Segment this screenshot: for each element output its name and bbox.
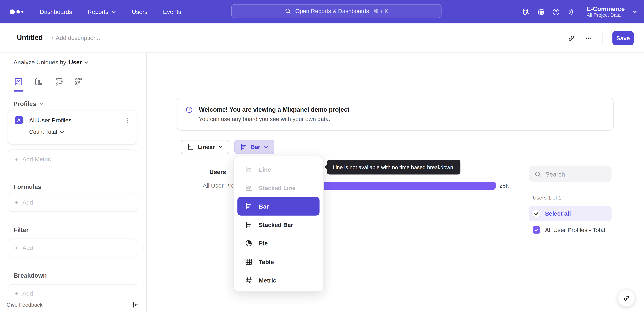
formulas-section-header: Formulas <box>14 183 41 190</box>
metric-name[interactable]: All User Profiles <box>29 117 124 124</box>
nav-item-events[interactable]: Events <box>163 8 181 15</box>
filter-header-label: Filter <box>14 226 29 233</box>
search-icon <box>284 8 291 14</box>
menu-item-line[interactable]: Line <box>234 160 323 178</box>
chevron-down-icon <box>264 144 268 150</box>
top-nav: Dashboards Reports Users Events Open Rep… <box>0 0 644 24</box>
add-formula-button[interactable]: + Add <box>8 193 137 212</box>
series-item-row[interactable]: All User Profiles - Total <box>533 226 605 234</box>
menu-item-pie[interactable]: Pie <box>234 234 323 252</box>
tooltip-text: Line is not available with no time based… <box>333 164 455 170</box>
toolbar-divider <box>602 32 602 44</box>
metric-aggregation-dropdown[interactable]: Count Total <box>29 129 131 135</box>
link-icon <box>623 294 630 302</box>
save-button[interactable]: Save <box>612 31 634 45</box>
menu-item-stacked-bar[interactable]: Stacked Bar <box>234 216 323 234</box>
pie-chart-icon <box>245 240 253 247</box>
breakdown-section-header: Breakdown <box>14 272 47 279</box>
check-icon <box>534 228 539 232</box>
project-switcher[interactable]: E-Commerce All Project Data <box>587 5 625 18</box>
share-link-fab[interactable] <box>618 290 635 307</box>
search-icon <box>534 171 541 178</box>
chart-type-selector-label: Bar <box>251 144 260 150</box>
give-feedback-link[interactable]: Give Feedback <box>6 302 42 308</box>
nav-item-dashboards[interactable]: Dashboards <box>40 8 72 15</box>
plus-icon: + <box>15 245 18 251</box>
tab-flows-icon[interactable] <box>55 77 64 86</box>
series-count-label: Users 1 of 1 <box>533 195 562 201</box>
more-options-icon[interactable] <box>585 34 592 42</box>
aggregation-value: Count Total <box>29 129 57 135</box>
menu-item-metric[interactable]: Metric <box>234 271 323 289</box>
logo-dot <box>16 10 20 14</box>
mixpanel-logo[interactable] <box>10 9 24 14</box>
analyze-label: Analyze Uniques by <box>14 59 66 66</box>
add-metric-button[interactable]: + Add Metric <box>8 150 137 169</box>
project-name: E-Commerce <box>587 5 625 12</box>
select-all-checkbox[interactable] <box>533 210 540 217</box>
scale-selector-button[interactable]: Linear <box>181 140 229 154</box>
menu-item-label: Pie <box>259 240 268 246</box>
apps-grid-icon[interactable] <box>537 8 545 16</box>
series-search-box[interactable] <box>529 166 612 182</box>
menu-item-label: Stacked Line <box>259 184 296 191</box>
help-icon[interactable] <box>552 8 560 16</box>
profiles-section-header[interactable]: Profiles <box>14 100 44 107</box>
project-scope: All Project Data <box>587 12 625 18</box>
data-management-icon[interactable] <box>522 8 530 16</box>
plus-icon: + <box>15 290 18 297</box>
bar-chart-icon <box>245 202 253 210</box>
plus-icon: + <box>15 199 18 206</box>
toolbar-actions: Save <box>568 24 634 53</box>
banner-subtitle: You can use any board you see with your … <box>199 116 349 122</box>
table-icon <box>245 258 253 266</box>
linear-scale-icon <box>187 143 194 151</box>
menu-item-table[interactable]: Table <box>234 252 323 271</box>
collapse-sidebar-icon[interactable] <box>132 301 139 308</box>
nav-item-label: Reports <box>88 8 108 15</box>
mixpanel-insights-report-page: Dashboards Reports Users Events Open Rep… <box>0 0 644 312</box>
check-icon <box>534 211 539 216</box>
global-search-bar[interactable]: Open Reports & Dashboards ⌘ + K <box>231 4 442 18</box>
chevron-down-icon <box>218 144 223 150</box>
analyze-entity-value: User <box>68 59 82 66</box>
info-icon <box>186 106 193 113</box>
menu-item-bar[interactable]: Bar <box>238 197 320 216</box>
select-all-row[interactable]: Select all <box>529 206 612 221</box>
nav-item-reports[interactable]: Reports <box>88 8 116 15</box>
add-filter-button[interactable]: + Add <box>8 238 137 258</box>
nav-item-label: Dashboards <box>40 8 72 15</box>
line-chart-icon <box>245 166 253 173</box>
copy-link-icon[interactable] <box>568 34 575 42</box>
stacked-line-chart-icon <box>245 184 253 192</box>
nav-item-label: Events <box>163 8 181 15</box>
chevron-down-icon <box>111 9 116 14</box>
report-toolbar: Untitled + Add description... Save <box>0 24 644 53</box>
add-description-field[interactable]: + Add description... <box>51 34 102 41</box>
right-panel-divider <box>525 52 525 312</box>
series-search-input[interactable] <box>546 171 603 178</box>
report-title[interactable]: Untitled <box>17 34 43 42</box>
chart-type-selector-button[interactable]: Bar <box>234 140 274 154</box>
menu-item-label: Table <box>259 258 274 265</box>
series-checkbox[interactable] <box>533 226 540 234</box>
select-all-label: Select all <box>545 210 571 217</box>
nav-menu: Dashboards Reports Users Events <box>40 8 181 15</box>
query-builder-sidebar: Analyze Uniques by User Profiles A All U… <box>0 52 146 312</box>
formulas-header-label: Formulas <box>14 183 41 190</box>
tab-insights-icon[interactable] <box>14 77 23 86</box>
menu-item-label: Line <box>259 166 271 173</box>
settings-gear-icon[interactable] <box>567 8 576 16</box>
search-placeholder: Open Reports & Dashboards <box>295 8 369 14</box>
nav-item-label: Users <box>132 8 148 15</box>
breakdown-header-label: Breakdown <box>14 272 47 279</box>
metric-card[interactable]: A All User Profiles Count Total <box>8 110 137 144</box>
menu-item-label: Stacked Bar <box>259 222 293 228</box>
bar-chart-icon <box>240 143 247 151</box>
analyze-entity-dropdown[interactable]: User <box>68 59 89 66</box>
nav-item-users[interactable]: Users <box>132 8 148 15</box>
tab-funnels-icon[interactable] <box>34 77 43 86</box>
tab-retention-icon[interactable] <box>74 77 83 86</box>
metric-options-icon[interactable] <box>124 117 131 124</box>
menu-item-stacked-line[interactable]: Stacked Line <box>234 178 323 197</box>
